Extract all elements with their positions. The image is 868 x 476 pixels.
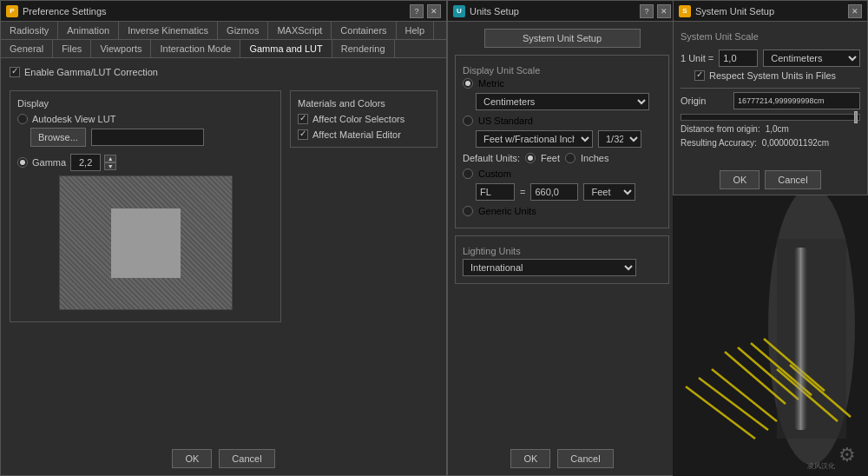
metric-unit-select[interactable]: Centimeters Millimeters Meters Kilometer… [476, 93, 649, 110]
system-unit-btn-container: System Unit Setup [455, 29, 669, 48]
display-group: Display Autodesk View LUT Browse... Gamm… [10, 90, 281, 322]
tab-containers[interactable]: Containers [332, 22, 396, 39]
respect-system-label[interactable]: Respect System Units in Files [681, 70, 860, 81]
metric-label: Metric [478, 78, 504, 89]
sysunit-window-icon: S [679, 5, 691, 17]
sysunit-cancel-button[interactable]: Cancel [765, 170, 820, 189]
origin-row: Origin [681, 92, 860, 109]
viewport-watermark: 凌风汉化 [807, 461, 835, 471]
affect-material-label[interactable]: Affect Material Editor [298, 129, 430, 140]
materials-section: Materials and Colors Affect Color Select… [290, 86, 437, 322]
distance-row: Distance from origin: 1,0cm [681, 124, 860, 134]
tab-rendering[interactable]: Rendering [332, 40, 395, 57]
pref-help-button[interactable]: ? [410, 4, 424, 18]
pref-cancel-button[interactable]: Cancel [219, 449, 274, 468]
sysunit-content: System Unit Scale 1 Unit = Centimeters M… [674, 22, 867, 165]
feet-label: Feet [541, 153, 560, 163]
generic-radio[interactable] [463, 206, 473, 216]
gamma-preview-inner [111, 208, 181, 278]
origin-slider[interactable] [681, 114, 860, 121]
metric-row: Metric [463, 78, 661, 89]
tab-gizmos[interactable]: Gizmos [218, 22, 268, 39]
units-help-button[interactable]: ? [640, 4, 654, 18]
units-window-icon: U [453, 5, 465, 17]
gamma-decrement-btn[interactable]: ▼ [104, 162, 116, 170]
default-units-row: Default Units: Feet Inches [463, 153, 661, 163]
display-section: Display Autodesk View LUT Browse... Gamm… [10, 86, 281, 322]
tab-inverse-kinematics[interactable]: Inverse Kinematics [119, 22, 218, 39]
us-unit1-select[interactable]: Feet w/Fractional Inches [476, 130, 593, 148]
pref-bottom-buttons: OK Cancel [1, 442, 446, 475]
affect-material-checkbox[interactable] [298, 129, 308, 140]
tab-help[interactable]: Help [397, 22, 435, 39]
units-window-title: Units Setup [470, 6, 640, 17]
units-ok-button[interactable]: OK [510, 449, 550, 468]
distance-label: Distance from origin: [681, 124, 760, 134]
gamma-spinner: ▲ ▼ [70, 154, 116, 171]
custom-equals: = [520, 187, 525, 197]
pref-columns: Display Autodesk View LUT Browse... Gamm… [10, 86, 437, 322]
tab-gamma-lut[interactable]: Gamma and LUT [240, 40, 332, 57]
lighting-unit-select[interactable]: International American [463, 259, 636, 276]
inches-radio[interactable] [565, 153, 575, 163]
tab-animation[interactable]: Animation [58, 22, 119, 39]
units-close-button[interactable]: ✕ [657, 4, 671, 18]
tab-interaction-mode[interactable]: Interaction Mode [151, 40, 240, 57]
system-unit-setup-window: S System Unit Setup ✕ System Unit Scale … [673, 0, 868, 195]
browse-row: Browse... [17, 128, 273, 147]
metric-dropdown-row: Centimeters Millimeters Meters Kilometer… [463, 93, 661, 110]
pref-ok-button[interactable]: OK [172, 449, 212, 468]
pref-close-button[interactable]: ✕ [427, 4, 441, 18]
sysunit-separator [681, 88, 860, 89]
custom-unit-select[interactable]: Feet [583, 183, 635, 201]
gamma-value-input[interactable] [70, 154, 101, 171]
inches-label: Inches [581, 153, 608, 163]
autodesk-lut-radio[interactable] [17, 114, 28, 124]
lut-path-input[interactable] [91, 129, 204, 146]
enable-gamma-checkbox[interactable] [10, 67, 20, 77]
affect-color-label[interactable]: Affect Color Selectors [298, 114, 430, 124]
preference-settings-window: P Preference Settings ? ✕ Radiosity Anim… [0, 0, 447, 476]
custom-value1-input[interactable] [476, 183, 515, 201]
materials-group: Materials and Colors Affect Color Select… [290, 90, 437, 148]
system-unit-setup-button[interactable]: System Unit Setup [484, 29, 641, 48]
metric-radio[interactable] [463, 78, 473, 89]
autodesk-lut-label: Autodesk View LUT [32, 114, 115, 124]
origin-slider-handle[interactable] [854, 111, 858, 123]
us-unit2-select[interactable]: 1/32 [598, 130, 641, 148]
browse-button[interactable]: Browse... [30, 128, 86, 147]
default-units-label: Default Units: [463, 153, 520, 163]
tab-general[interactable]: General [1, 40, 53, 57]
gamma-radio[interactable] [17, 157, 28, 168]
sysunit-close-button[interactable]: ✕ [848, 4, 862, 18]
gamma-radio-row: Gamma ▲ ▼ [17, 154, 273, 171]
autodesk-lut-radio-row: Autodesk View LUT [17, 114, 273, 124]
unit-type-select[interactable]: Centimeters Millimeters Meters Kilometer… [763, 50, 860, 67]
units-cancel-button[interactable]: Cancel [557, 449, 613, 468]
generic-label: Generic Units [478, 206, 536, 216]
unit-value-input[interactable] [719, 50, 758, 67]
pref-window-controls: ? ✕ [410, 4, 441, 18]
gamma-increment-btn[interactable]: ▲ [104, 155, 116, 162]
us-standard-radio[interactable] [463, 116, 473, 126]
tab-files[interactable]: Files [53, 40, 91, 57]
tab-radiosity[interactable]: Radiosity [1, 22, 58, 39]
sysunit-ok-button[interactable]: OK [720, 170, 760, 189]
unit-scale-row: 1 Unit = Centimeters Millimeters Meters … [681, 50, 860, 67]
generic-units-row: Generic Units [463, 206, 661, 216]
custom-radio[interactable] [463, 169, 473, 179]
pref-content: Enable Gamma/LUT Correction Display Auto… [1, 58, 446, 442]
enable-gamma-label[interactable]: Enable Gamma/LUT Correction [10, 67, 437, 77]
svg-rect-2 [777, 239, 846, 439]
unit-label: 1 Unit = [681, 53, 713, 63]
viewport-background: ⚙ 凌风汉化 [673, 195, 868, 476]
custom-value2-input[interactable] [530, 183, 578, 201]
feet-radio[interactable] [525, 153, 536, 163]
affect-color-checkbox[interactable] [298, 114, 308, 124]
respect-system-checkbox[interactable] [694, 70, 705, 81]
tab-maxscript[interactable]: MAXScript [268, 22, 332, 39]
origin-input[interactable] [733, 92, 860, 109]
tab-viewports[interactable]: Viewports [91, 40, 151, 57]
svg-rect-12 [794, 248, 807, 430]
lighting-units-title: Lighting Units [463, 243, 661, 259]
